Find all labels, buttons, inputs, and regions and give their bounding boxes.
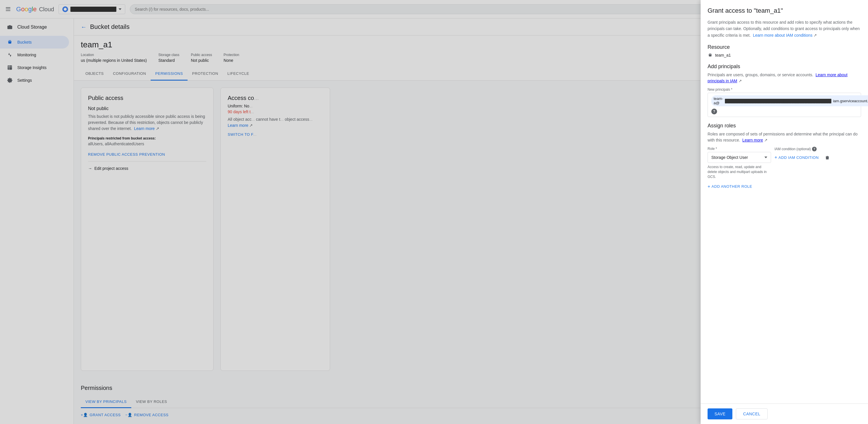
delete-role-btn[interactable]	[822, 152, 833, 163]
panel-content: Grant access to "team_a1" Grant principa…	[701, 0, 868, 403]
add-principals-desc: Principals are users, groups, domains, o…	[708, 72, 861, 84]
iam-condition-group: IAM condition (optional) ? + ADD IAM CON…	[775, 147, 819, 162]
principal-prefix: team-a@	[714, 96, 723, 105]
delete-icon	[825, 155, 830, 160]
assign-roles-desc: Roles are composed of sets of permission…	[708, 131, 861, 143]
principals-help-icon[interactable]: ?	[711, 109, 717, 114]
principal-chip: team-a@█████████████████████████████████…	[711, 95, 868, 106]
resource-row: team_a1	[708, 53, 861, 58]
cancel-button[interactable]: CANCEL	[736, 408, 768, 419]
plus-icon: +	[775, 155, 777, 160]
bucket-resource-icon	[708, 53, 713, 58]
learn-more-roles-link[interactable]: Learn more	[742, 138, 763, 142]
iam-condition-label: IAM condition (optional) ?	[775, 147, 819, 151]
role-label: Role *	[708, 147, 771, 151]
role-description: Access to create, read, update and delet…	[708, 165, 771, 179]
panel-description: Grant principals access to this resource…	[708, 19, 861, 38]
save-button[interactable]: SAVE	[708, 408, 733, 419]
panel-backdrop[interactable]	[0, 0, 701, 424]
iam-condition-help-icon[interactable]: ?	[812, 147, 817, 151]
panel-footer: SAVE CANCEL	[701, 403, 868, 424]
principals-input-area[interactable]: team-a@█████████████████████████████████…	[708, 93, 861, 117]
resource-section-title: Resource	[708, 44, 861, 50]
principal-suffix: iam.gserviceaccount.com	[833, 99, 868, 103]
role-field-group: Role * Storage Object User Access to cre…	[708, 147, 771, 179]
principal-email-hidden: ████████████████████████████████████████	[725, 99, 831, 103]
new-principals-label: New principals *	[708, 87, 861, 91]
right-panel: Grant access to "team_a1" Grant principa…	[701, 0, 868, 424]
role-select[interactable]: Storage Object User	[708, 152, 771, 163]
role-select-value: Storage Object User	[711, 155, 762, 160]
resource-name: team_a1	[715, 53, 731, 57]
plus-add-icon: +	[708, 184, 710, 189]
roles-row: Role * Storage Object User Access to cre…	[708, 147, 861, 179]
add-iam-condition-btn[interactable]: + ADD IAM CONDITION	[775, 152, 819, 162]
role-select-chevron-icon	[765, 157, 767, 158]
learn-more-iam-link[interactable]: Learn more about IAM conditions	[753, 33, 812, 37]
assign-roles-section-title: Assign roles	[708, 123, 861, 129]
add-another-role-btn[interactable]: + ADD ANOTHER ROLE	[708, 182, 752, 192]
add-principals-section-title: Add principals	[708, 63, 861, 69]
panel-title: Grant access to "team_a1"	[708, 7, 861, 15]
